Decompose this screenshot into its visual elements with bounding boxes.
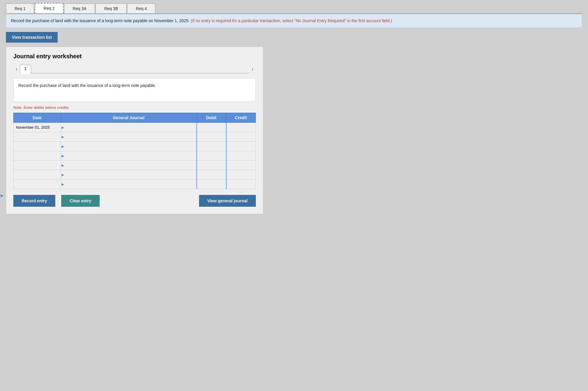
credit-input-2[interactable] [227,142,256,151]
credit-cell-6[interactable]: ▶ [226,180,256,189]
debit-cell-3[interactable]: ▶ [197,151,226,161]
record-entry-button[interactable]: Record entry [13,195,55,207]
credit-input-6[interactable] [227,180,256,189]
debit-input-0[interactable] [197,123,226,132]
description-text: Record the purchase of land with the iss… [18,83,156,88]
col-header-journal: General Journal [61,113,197,123]
cell-arrow-icon: ▶ [62,154,64,158]
tab-req1[interactable]: Req 1 [6,4,34,13]
worksheet-container: Journal entry worksheet ‹ 1 › Record the… [6,47,263,214]
col-header-credit: Credit [226,113,256,123]
date-cell-5 [14,170,61,180]
debit-input-4[interactable] [197,161,226,170]
table-row: ▶▶▶ [14,142,256,151]
credit-arrow-icon: ▶ [1,193,3,198]
worksheet-tabs-nav: ‹ 1 › [13,64,256,73]
next-entry-button[interactable]: › [249,65,256,73]
tab-req3b[interactable]: Req 3B [96,4,127,13]
journal-cell-6[interactable]: ▶ [61,180,197,189]
prev-entry-button[interactable]: ‹ [13,65,20,73]
date-cell-2 [14,142,61,151]
credit-cell-2[interactable]: ▶ [226,142,256,151]
cell-arrow-icon: ▶ [62,144,64,148]
entry-number-tab: 1 [20,65,31,74]
debit-input-3[interactable] [197,151,226,160]
credit-cell-1[interactable]: ▶ [226,132,256,142]
journal-input-2[interactable] [61,142,196,151]
debit-input-2[interactable] [197,142,226,151]
credit-input-4[interactable] [227,161,256,170]
debit-cell-4[interactable]: ▶ [197,161,226,170]
debit-input-1[interactable] [197,132,226,141]
table-row: November 01, 2025▶▶▶ [14,123,256,132]
cell-arrow-icon: ▶ [62,135,64,139]
journal-cell-5[interactable]: ▶ [61,170,197,180]
view-general-journal-button[interactable]: View general journal [199,195,256,207]
worksheet-title: Journal entry worksheet [13,53,256,60]
journal-table: Date General Journal Debit Credit Novemb… [13,113,256,189]
instruction-red-text: (If no entry is required for a particula… [191,18,392,23]
journal-cell-1[interactable]: ▶ [61,132,197,142]
tabs-container: Req 1 Req 2 Req 3A Req 3B Req 4 [6,3,582,14]
debit-input-6[interactable] [197,180,226,189]
debit-cell-6[interactable]: ▶ [197,180,226,189]
journal-input-4[interactable] [61,161,196,170]
clear-entry-button[interactable]: Clear entry [61,195,99,207]
bottom-buttons: Record entry Clear entry View general jo… [13,195,256,207]
table-row: ▶▶▶ [14,132,256,142]
credit-input-5[interactable] [227,170,256,179]
journal-input-1[interactable] [61,132,196,141]
note-text: Note: Enter debits before credits. [13,105,256,110]
view-transaction-button[interactable]: View transaction list [6,32,58,43]
page-wrapper: Req 1 Req 2 Req 3A Req 3B Req 4 Record t… [0,0,588,226]
debit-cell-1[interactable]: ▶ [197,132,226,142]
journal-input-6[interactable] [61,180,196,189]
debit-cell-2[interactable]: ▶ [197,142,226,151]
credit-input-1[interactable] [227,132,256,141]
date-cell-0: November 01, 2025 [14,123,61,132]
credit-cell-4[interactable]: ▶ [226,161,256,170]
date-cell-6 [14,180,61,189]
description-box: Record the purchase of land with the iss… [13,78,256,102]
journal-cell-3[interactable]: ▶ [61,151,197,161]
date-cell-3 [14,151,61,161]
instruction-banner: Record the purchase of land with the iss… [6,14,582,28]
cell-arrow-icon: ▶ [62,163,64,167]
debit-input-5[interactable] [197,170,226,179]
journal-input-0[interactable] [61,123,196,132]
col-header-debit: Debit [197,113,226,123]
col-header-date: Date [14,113,61,123]
instruction-main-text: Record the purchase of land with the iss… [11,18,190,23]
tabs-line [31,64,249,73]
credit-cell-0[interactable]: ▶ [226,123,256,132]
debit-cell-0[interactable]: ▶ [197,123,226,132]
tab-req4[interactable]: Req 4 [127,4,155,13]
cell-arrow-icon: ▶ [62,182,64,186]
journal-input-3[interactable] [61,151,196,160]
tab-req2[interactable]: Req 2 [35,3,63,13]
date-cell-1 [14,132,61,142]
table-row: ▶▶▶ [14,151,256,161]
table-row: ▶▶▶ [14,161,256,170]
table-row: ▶▶▶ [14,180,256,189]
cell-arrow-icon: ▶ [62,173,64,177]
journal-cell-0[interactable]: ▶ [61,123,197,132]
credit-cell-5[interactable]: ▶ [226,170,256,180]
tab-req3a[interactable]: Req 3A [64,4,95,13]
journal-cell-2[interactable]: ▶ [61,142,197,151]
debit-cell-5[interactable]: ▶ [197,170,226,180]
journal-input-5[interactable] [61,170,196,179]
cell-arrow-icon: ▶ [62,125,64,130]
journal-cell-4[interactable]: ▶ [61,161,197,170]
table-row: ▶▶▶ [14,170,256,180]
credit-input-0[interactable] [227,123,256,132]
date-cell-4 [14,161,61,170]
credit-cell-3[interactable]: ▶ [226,151,256,161]
credit-input-3[interactable] [227,151,256,160]
